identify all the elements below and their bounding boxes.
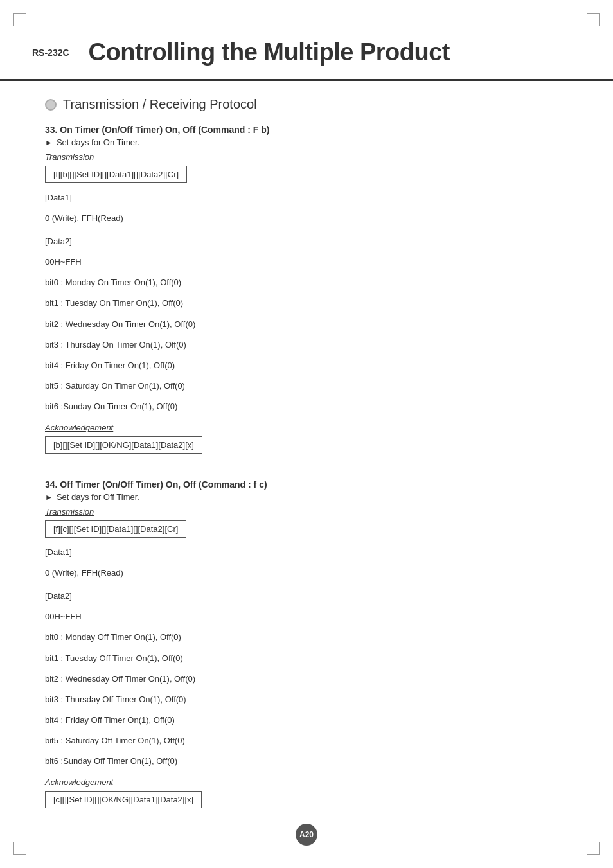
command-34-desc: ► Set days for Off Timer. [45,492,568,502]
data1-label-33: [Data1] [45,191,568,205]
page-badge: A20 [296,824,317,846]
transmission-code-34: [f][c][][Set ID][][Data1][][Data2][Cr] [45,520,186,538]
corner-mark-tl [13,13,26,26]
corner-mark-bl [13,842,26,855]
data2-line-1-33: bit0 : Monday On Timer On(1), Off(0) [45,276,568,290]
data1-value-33: 0 (Write), FFH(Read) [45,211,568,226]
command-34-desc-text: Set days for Off Timer. [57,492,139,502]
ack-code-34: [c][][Set ID][][OK/NG][Data1][Data2][x] [45,791,202,808]
data2-line-6-34: bit5 : Saturday Off Timer On(1), Off(0) [45,734,568,748]
section-circle-icon [45,99,57,111]
transmission-label-34: Transmission [45,507,568,517]
command-33-heading: 33. On Timer (On/Off Timer) On, Off (Com… [45,125,568,135]
data2-line-0-34: 00H~FFH [45,610,568,624]
arrow-icon-34: ► [45,493,53,502]
ack-label-33: Acknowledgement [45,423,568,432]
corner-mark-tr [587,13,600,26]
data2-line-5-34: bit4 : Friday Off Timer On(1), Off(0) [45,713,568,727]
command-33-desc-text: Set days for On Timer. [57,137,139,147]
ack-label-34: Acknowledgement [45,777,568,787]
section-title: Transmission / Receiving Protocol [63,97,257,112]
data2-label-33: [Data2] [45,235,568,249]
data1-value-34: 0 (Write), FFH(Read) [45,566,568,580]
data1-block-34: [Data1] 0 (Write), FFH(Read) [45,545,568,580]
data2-line-7-34: bit6 :Sunday Off Timer On(1), Off(0) [45,754,568,768]
data2-block-33: [Data2] 00H~FFH bit0 : Monday On Timer O… [45,235,568,414]
data2-line-4-34: bit3 : Thursday Off Timer On(1), Off(0) [45,693,568,707]
data1-block-33: [Data1] 0 (Write), FFH(Read) [45,191,568,226]
data2-line-5-33: bit4 : Friday On Timer On(1), Off(0) [45,359,568,373]
data2-line-0-33: 00H~FFH [45,255,568,269]
data2-line-7-33: bit6 :Sunday On Timer On(1), Off(0) [45,400,568,414]
data2-line-4-33: bit3 : Thursday On Timer On(1), Off(0) [45,338,568,352]
command-34-heading: 34. Off Timer (On/Off Timer) On, Off (Co… [45,479,568,490]
data2-line-2-33: bit1 : Tuesday On Timer On(1), Off(0) [45,296,568,310]
rs232c-label: RS-232C [32,48,69,58]
command-34-section: 34. Off Timer (On/Off Timer) On, Off (Co… [45,479,568,816]
command-33-desc: ► Set days for On Timer. [45,137,568,147]
section-title-bar: Transmission / Receiving Protocol [45,97,568,112]
page-title: Controlling the Multiple Product [89,39,450,66]
command-33-section: 33. On Timer (On/Off Timer) On, Off (Com… [45,125,568,461]
data2-line-6-33: bit5 : Saturday On Timer On(1), Off(0) [45,379,568,393]
data2-line-2-34: bit1 : Tuesday Off Timer On(1), Off(0) [45,651,568,666]
data2-line-3-34: bit2 : Wednesday Off Timer On(1), Off(0) [45,672,568,686]
transmission-label-33: Transmission [45,152,568,162]
transmission-code-33: [f][b][][Set ID][][Data1][][Data2][Cr] [45,166,187,183]
data1-label-34: [Data1] [45,545,568,560]
data2-block-34: [Data2] 00H~FFH bit0 : Monday Off Timer … [45,589,568,768]
data2-line-3-33: bit2 : Wednesday On Timer On(1), Off(0) [45,317,568,332]
main-content: Transmission / Receiving Protocol 33. On… [0,81,613,860]
page-header: RS-232C Controlling the Multiple Product [0,0,613,81]
data2-label-34: [Data2] [45,589,568,603]
arrow-icon-33: ► [45,138,53,147]
data2-line-1-34: bit0 : Monday Off Timer On(1), Off(0) [45,630,568,644]
corner-mark-br [587,842,600,855]
ack-code-33: [b][][Set ID][][OK/NG][Data1][Data2][x] [45,436,202,454]
